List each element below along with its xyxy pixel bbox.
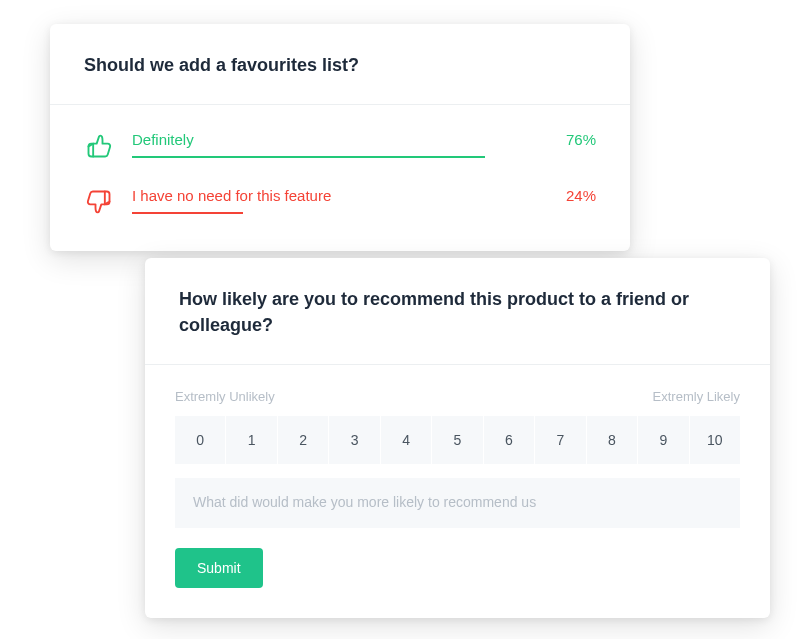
nps-score-5[interactable]: 5 (432, 416, 482, 464)
nps-endpoints: Extremly Unlikely Extremly Likely (175, 389, 740, 404)
poll-title: Should we add a favourites list? (84, 52, 596, 78)
nps-header: How likely are you to recommend this pro… (145, 258, 770, 365)
poll-results: Definitely 76% I have no need for this f… (50, 105, 630, 251)
nps-score-3[interactable]: 3 (329, 416, 379, 464)
nps-score-1[interactable]: 1 (226, 416, 276, 464)
nps-score-10[interactable]: 10 (690, 416, 740, 464)
poll-option-body: I have no need for this feature 24% (132, 187, 596, 214)
nps-high-label: Extremly Likely (653, 389, 740, 404)
poll-bar-fill (132, 156, 485, 158)
poll-bar-track (132, 156, 596, 158)
poll-bar-track (132, 212, 596, 214)
nps-body: Extremly Unlikely Extremly Likely 0 1 2 … (145, 365, 770, 618)
nps-score-4[interactable]: 4 (381, 416, 431, 464)
poll-card: Should we add a favourites list? Definit… (50, 24, 630, 251)
poll-option-body: Definitely 76% (132, 131, 596, 158)
nps-feedback-input[interactable] (175, 478, 740, 528)
nps-score-0[interactable]: 0 (175, 416, 225, 464)
nps-title: How likely are you to recommend this pro… (179, 286, 736, 338)
poll-option-label: Definitely (132, 131, 194, 148)
submit-button[interactable]: Submit (175, 548, 263, 588)
poll-option-percent: 24% (566, 187, 596, 204)
nps-score-2[interactable]: 2 (278, 416, 328, 464)
nps-score-9[interactable]: 9 (638, 416, 688, 464)
thumb-down-icon (84, 187, 114, 217)
nps-score-7[interactable]: 7 (535, 416, 585, 464)
thumb-up-icon (84, 131, 114, 161)
poll-bar-fill (132, 212, 243, 214)
poll-option-percent: 76% (566, 131, 596, 148)
nps-card: How likely are you to recommend this pro… (145, 258, 770, 618)
poll-header: Should we add a favourites list? (50, 24, 630, 105)
poll-option-row: Definitely 76% (84, 131, 596, 161)
poll-option-row: I have no need for this feature 24% (84, 187, 596, 217)
nps-score-6[interactable]: 6 (484, 416, 534, 464)
nps-score-8[interactable]: 8 (587, 416, 637, 464)
nps-scale: 0 1 2 3 4 5 6 7 8 9 10 (175, 416, 740, 464)
poll-option-label: I have no need for this feature (132, 187, 331, 204)
nps-low-label: Extremly Unlikely (175, 389, 275, 404)
